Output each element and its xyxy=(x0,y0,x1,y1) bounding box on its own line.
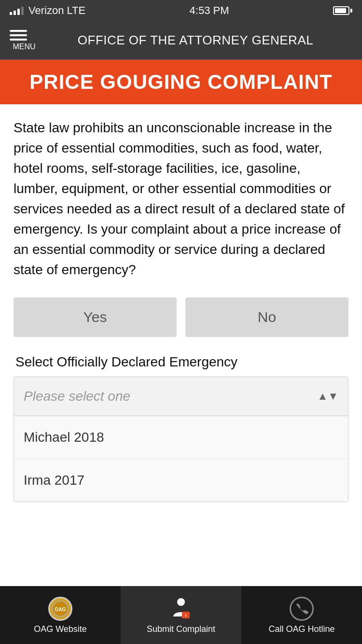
dropdown-option-michael[interactable]: Michael 2018 xyxy=(14,416,348,459)
yes-button[interactable]: Yes xyxy=(14,297,177,337)
nav-title: OFFICE OF THE ATTORNEY GENERAL xyxy=(39,33,352,48)
main-content: State law prohibits an unconscionable in… xyxy=(0,104,362,512)
page-banner: PRICE GOUGING COMPLAINT xyxy=(0,60,362,104)
submit-complaint-label: Submit Complaint xyxy=(147,624,215,634)
dropdown-option-irma[interactable]: Irma 2017 xyxy=(14,459,348,502)
status-bar: Verizon LTE 4:53 PM xyxy=(0,0,362,21)
emergency-dropdown[interactable]: Please select one ▲▼ Michael 2018 Irma 2… xyxy=(14,377,348,502)
person-submit-icon: ! xyxy=(168,596,194,621)
network-label: LTE xyxy=(67,4,85,17)
chevron-updown-icon: ▲▼ xyxy=(317,390,338,403)
oag-website-button[interactable]: OAG OAG Website xyxy=(0,586,121,644)
yes-no-row: Yes No xyxy=(14,297,348,337)
call-hotline-button[interactable]: Call OAG Hotline xyxy=(241,586,362,644)
oag-website-label: OAG Website xyxy=(34,624,87,634)
dropdown-header[interactable]: Please select one ▲▼ xyxy=(14,377,348,416)
phone-icon xyxy=(289,596,314,621)
signal-bars-icon xyxy=(10,7,24,15)
menu-label: MENU xyxy=(13,42,35,51)
hamburger-icon xyxy=(10,30,27,41)
nav-bar: MENU OFFICE OF THE ATTORNEY GENERAL xyxy=(0,21,362,60)
bottom-nav: OAG OAG Website ! Submit Complaint xyxy=(0,586,362,644)
svg-text:!: ! xyxy=(185,613,187,618)
dropdown-label: Select Officially Declared Emergency xyxy=(14,354,348,370)
submit-complaint-button[interactable]: ! Submit Complaint xyxy=(121,586,241,644)
seal-icon: OAG xyxy=(48,596,73,621)
carrier-label: Verizon xyxy=(28,4,64,17)
battery-icon xyxy=(333,6,352,15)
no-button[interactable]: No xyxy=(185,297,348,337)
description-text: State law prohibits an unconscionable in… xyxy=(14,118,348,280)
menu-button[interactable]: MENU xyxy=(10,30,39,51)
svg-point-2 xyxy=(177,598,185,606)
status-left: Verizon LTE xyxy=(10,4,85,17)
dropdown-placeholder: Please select one xyxy=(24,389,130,404)
call-hotline-label: Call OAG Hotline xyxy=(268,624,334,634)
page-banner-title: PRICE GOUGING COMPLAINT xyxy=(10,70,352,94)
time-label: 4:53 PM xyxy=(190,4,229,17)
svg-text:OAG: OAG xyxy=(55,607,66,612)
